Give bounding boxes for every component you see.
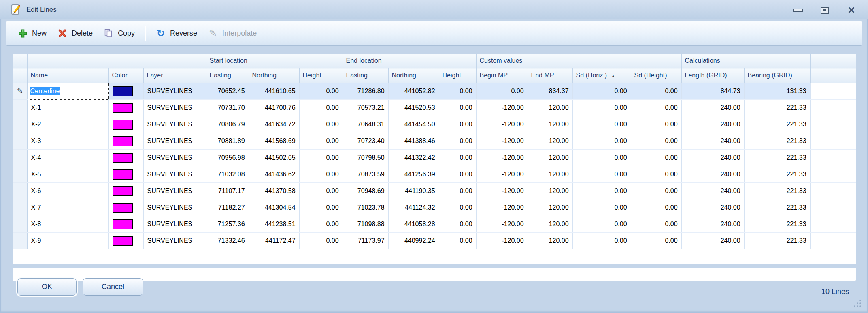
column-header-s-northing[interactable]: Northing bbox=[249, 68, 299, 83]
cell-length-grid[interactable]: 240.00 bbox=[681, 100, 744, 116]
cell-s-height[interactable]: 0.00 bbox=[299, 133, 343, 150]
row-indicator[interactable] bbox=[13, 199, 27, 216]
cell-layer[interactable]: SURVEYLINES bbox=[143, 100, 206, 116]
cell-color[interactable] bbox=[108, 83, 143, 100]
cell-color[interactable] bbox=[108, 166, 143, 183]
cell-name[interactable]: X-1 bbox=[27, 100, 108, 116]
cell-bearing-grid[interactable]: 221.33 bbox=[744, 233, 810, 249]
cell-sd-height[interactable]: 0.00 bbox=[631, 199, 681, 216]
cell-s-easting[interactable]: 70731.70 bbox=[206, 100, 249, 116]
cell-e-easting[interactable]: 71098.88 bbox=[343, 216, 388, 233]
cell-length-grid[interactable]: 240.00 bbox=[681, 150, 744, 166]
cell-s-easting[interactable]: 71257.36 bbox=[206, 216, 249, 233]
column-header-bearing-grid[interactable]: Bearing (GRID) bbox=[744, 68, 810, 83]
cell-e-northing[interactable]: 440992.24 bbox=[388, 233, 439, 249]
cell-begin-mp[interactable]: -120.00 bbox=[476, 166, 528, 183]
cell-s-northing[interactable]: 441304.54 bbox=[249, 199, 299, 216]
cell-begin-mp[interactable]: -120.00 bbox=[476, 216, 528, 233]
cell-e-easting[interactable]: 70873.59 bbox=[343, 166, 388, 183]
cell-begin-mp[interactable]: -120.00 bbox=[476, 116, 528, 133]
cell-color[interactable] bbox=[108, 150, 143, 166]
toolbar-button-delete[interactable]: Delete bbox=[52, 25, 98, 42]
cell-sd-horiz[interactable]: 0.00 bbox=[572, 133, 631, 150]
cell-layer[interactable]: SURVEYLINES bbox=[143, 216, 206, 233]
cell-color[interactable] bbox=[108, 199, 143, 216]
maximize-button[interactable] bbox=[820, 6, 830, 15]
cell-e-height[interactable]: 0.00 bbox=[439, 116, 476, 133]
cell-s-easting[interactable]: 71107.17 bbox=[206, 183, 249, 199]
cell-name[interactable]: X-6 bbox=[27, 183, 108, 199]
cell-bearing-grid[interactable]: 221.33 bbox=[744, 150, 810, 166]
cell-begin-mp[interactable]: -120.00 bbox=[476, 183, 528, 199]
cell-e-height[interactable]: 0.00 bbox=[439, 216, 476, 233]
cell-e-height[interactable]: 0.00 bbox=[439, 133, 476, 150]
cell-s-easting[interactable]: 70956.98 bbox=[206, 150, 249, 166]
cell-e-easting[interactable]: 70573.21 bbox=[343, 100, 388, 116]
column-header-length-grid[interactable]: Length (GRID) bbox=[681, 68, 744, 83]
cell-e-height[interactable]: 0.00 bbox=[439, 100, 476, 116]
cell-name[interactable]: X-8 bbox=[27, 216, 108, 233]
column-header-s-easting[interactable]: Easting bbox=[206, 68, 249, 83]
cell-s-easting[interactable]: 70652.45 bbox=[206, 83, 249, 100]
cell-s-height[interactable]: 0.00 bbox=[299, 233, 343, 249]
cell-s-height[interactable]: 0.00 bbox=[299, 83, 343, 100]
cell-layer[interactable]: SURVEYLINES bbox=[143, 116, 206, 133]
column-header-sd-height[interactable]: Sd (Height) bbox=[631, 68, 681, 83]
row-indicator[interactable] bbox=[13, 183, 27, 199]
cell-s-northing[interactable]: 441568.69 bbox=[249, 133, 299, 150]
column-header-e-easting[interactable]: Easting bbox=[343, 68, 388, 83]
cell-color[interactable] bbox=[108, 233, 143, 249]
cell-begin-mp[interactable]: 0.00 bbox=[476, 83, 528, 100]
cell-sd-height[interactable]: 0.00 bbox=[631, 183, 681, 199]
cell-s-northing[interactable]: 441370.58 bbox=[249, 183, 299, 199]
cell-s-height[interactable]: 0.00 bbox=[299, 150, 343, 166]
cell-name[interactable]: X-2 bbox=[27, 116, 108, 133]
cell-e-northing[interactable]: 441058.28 bbox=[388, 216, 439, 233]
cell-s-northing[interactable]: 441238.51 bbox=[249, 216, 299, 233]
cell-begin-mp[interactable]: -120.00 bbox=[476, 199, 528, 216]
column-header-s-height[interactable]: Height bbox=[299, 68, 343, 83]
cell-sd-height[interactable]: 0.00 bbox=[631, 100, 681, 116]
cell-s-northing[interactable]: 441172.47 bbox=[249, 233, 299, 249]
cell-end-mp[interactable]: 120.00 bbox=[528, 216, 572, 233]
cell-sd-height[interactable]: 0.00 bbox=[631, 233, 681, 249]
color-swatch[interactable] bbox=[113, 219, 133, 229]
cell-s-northing[interactable]: 441634.72 bbox=[249, 116, 299, 133]
cell-length-grid[interactable]: 240.00 bbox=[681, 133, 744, 150]
cell-e-easting[interactable]: 71023.78 bbox=[343, 199, 388, 216]
toolbar-button-reverse[interactable]: ↻Reverse bbox=[150, 25, 202, 42]
cell-end-mp[interactable]: 120.00 bbox=[528, 116, 572, 133]
row-indicator[interactable] bbox=[13, 133, 27, 150]
cell-e-northing[interactable]: 441256.39 bbox=[388, 166, 439, 183]
column-header-layer[interactable]: Layer bbox=[143, 68, 206, 83]
cell-end-mp[interactable]: 120.00 bbox=[528, 199, 572, 216]
cell-sd-horiz[interactable]: 0.00 bbox=[572, 166, 631, 183]
column-header-begin-mp[interactable]: Begin MP bbox=[476, 68, 528, 83]
cell-layer[interactable]: SURVEYLINES bbox=[143, 83, 206, 100]
cell-bearing-grid[interactable]: 221.33 bbox=[744, 116, 810, 133]
cell-s-northing[interactable]: 441610.65 bbox=[249, 83, 299, 100]
cell-s-easting[interactable]: 71182.27 bbox=[206, 199, 249, 216]
cell-color[interactable] bbox=[108, 100, 143, 116]
cell-s-height[interactable]: 0.00 bbox=[299, 199, 343, 216]
color-swatch[interactable] bbox=[113, 153, 133, 163]
cell-begin-mp[interactable]: -120.00 bbox=[476, 100, 528, 116]
cell-length-grid[interactable]: 240.00 bbox=[681, 116, 744, 133]
cell-e-height[interactable]: 0.00 bbox=[439, 166, 476, 183]
cell-sd-height[interactable]: 0.00 bbox=[631, 83, 681, 100]
cell-end-mp[interactable]: 120.00 bbox=[528, 233, 572, 249]
cell-length-grid[interactable]: 240.00 bbox=[681, 183, 744, 199]
cell-e-easting[interactable]: 71286.80 bbox=[343, 83, 388, 100]
toolbar-button-copy[interactable]: Copy bbox=[98, 25, 140, 42]
cell-name[interactable]: X-7 bbox=[27, 199, 108, 216]
cell-s-height[interactable]: 0.00 bbox=[299, 166, 343, 183]
name-edit-cell[interactable]: Centerline bbox=[27, 83, 108, 100]
cell-layer[interactable]: SURVEYLINES bbox=[143, 233, 206, 249]
cell-e-northing[interactable]: 441052.82 bbox=[388, 83, 439, 100]
column-header-color[interactable]: Color bbox=[108, 68, 143, 83]
cell-s-northing[interactable]: 441502.65 bbox=[249, 150, 299, 166]
cell-bearing-grid[interactable]: 221.33 bbox=[744, 133, 810, 150]
column-header-end-mp[interactable]: End MP bbox=[528, 68, 572, 83]
cell-end-mp[interactable]: 120.00 bbox=[528, 166, 572, 183]
row-indicator[interactable] bbox=[13, 166, 27, 183]
